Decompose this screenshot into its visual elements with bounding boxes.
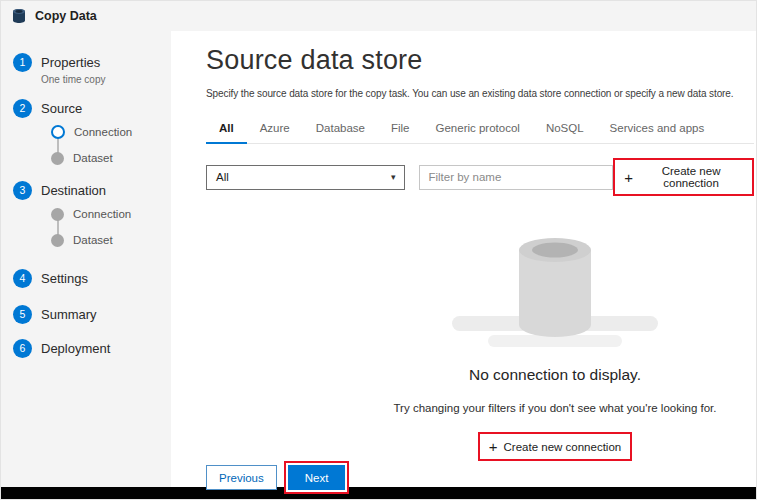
step-settings[interactable]: 4 Settings — [1, 267, 171, 289]
create-new-connection-button-center[interactable]: + Create new connection — [482, 436, 628, 457]
step-destination[interactable]: 3 Destination — [1, 179, 171, 201]
window-title: Copy Data — [35, 9, 97, 23]
upcoming-step-dot — [51, 152, 64, 165]
plus-icon: + — [624, 170, 633, 185]
tab-database[interactable]: Database — [303, 115, 378, 143]
plus-icon: + — [489, 439, 498, 454]
page-description: Specify the source data store for the co… — [206, 88, 754, 99]
page-title: Source data store — [206, 45, 754, 76]
create-new-connection-button[interactable]: + Create new connection — [617, 162, 750, 192]
next-button[interactable]: Next — [288, 465, 346, 490]
substep-source-connection[interactable]: Connection — [1, 119, 171, 145]
window-header: Copy Data — [1, 1, 756, 31]
empty-connections-illustration — [440, 230, 670, 352]
tab-nosql[interactable]: NoSQL — [533, 115, 597, 143]
filter-row: All ▾ + Create new connection — [206, 158, 754, 196]
step-summary[interactable]: 5 Summary — [1, 303, 171, 325]
annotation-highlight-box: + Create new connection — [613, 158, 754, 196]
copy-data-icon — [11, 8, 27, 24]
substep-destination-dataset[interactable]: Dataset — [1, 227, 171, 253]
filter-by-name-input[interactable] — [419, 165, 613, 190]
connector-category-tabs: All Azure Database File Generic protocol… — [206, 115, 754, 144]
upcoming-step-dot — [51, 234, 64, 247]
substep-source-dataset[interactable]: Dataset — [1, 145, 171, 171]
step-source[interactable]: 2 Source — [1, 97, 171, 119]
previous-button[interactable]: Previous — [206, 465, 277, 490]
chevron-down-icon: ▾ — [391, 173, 396, 182]
step-number-badge: 2 — [13, 99, 32, 118]
source-substeps: Connection Dataset — [1, 119, 171, 171]
empty-state-subtitle: Try changing your filters if you don't s… — [394, 402, 717, 414]
tab-file[interactable]: File — [378, 115, 423, 143]
current-step-dot — [51, 125, 65, 139]
tab-all[interactable]: All — [206, 115, 247, 144]
tab-services-and-apps[interactable]: Services and apps — [597, 115, 718, 143]
step-number-badge: 4 — [13, 269, 32, 288]
wizard-steps-sidebar: 1 Properties One time copy 2 Source Conn… — [1, 31, 171, 487]
step-number-badge: 6 — [13, 339, 32, 358]
main-content: Source data store Specify the source dat… — [171, 31, 756, 487]
step-properties-sublabel: One time copy — [1, 73, 171, 89]
dropdown-value: All — [216, 171, 229, 183]
annotation-highlight-box: + Create new connection — [478, 432, 632, 461]
empty-state-title: No connection to display. — [469, 366, 641, 384]
step-number-badge: 3 — [13, 181, 32, 200]
step-number-badge: 5 — [13, 305, 32, 324]
destination-substeps: Connection Dataset — [1, 201, 171, 253]
tab-generic-protocol[interactable]: Generic protocol — [423, 115, 533, 143]
tab-azure[interactable]: Azure — [247, 115, 303, 143]
empty-state: No connection to display. Try changing y… — [206, 230, 754, 461]
annotation-highlight-box: Next — [284, 461, 350, 494]
connector-type-dropdown[interactable]: All ▾ — [206, 165, 405, 190]
step-properties[interactable]: 1 Properties — [1, 51, 171, 73]
upcoming-step-dot — [51, 208, 64, 221]
substep-destination-connection[interactable]: Connection — [1, 201, 171, 227]
bottom-bar — [1, 487, 756, 499]
wizard-footer: Previous Next — [206, 461, 349, 494]
step-deployment[interactable]: 6 Deployment — [1, 337, 171, 359]
step-number-badge: 1 — [13, 53, 32, 72]
copy-data-wizard-window: Copy Data 1 Properties One time copy 2 S… — [0, 0, 757, 500]
